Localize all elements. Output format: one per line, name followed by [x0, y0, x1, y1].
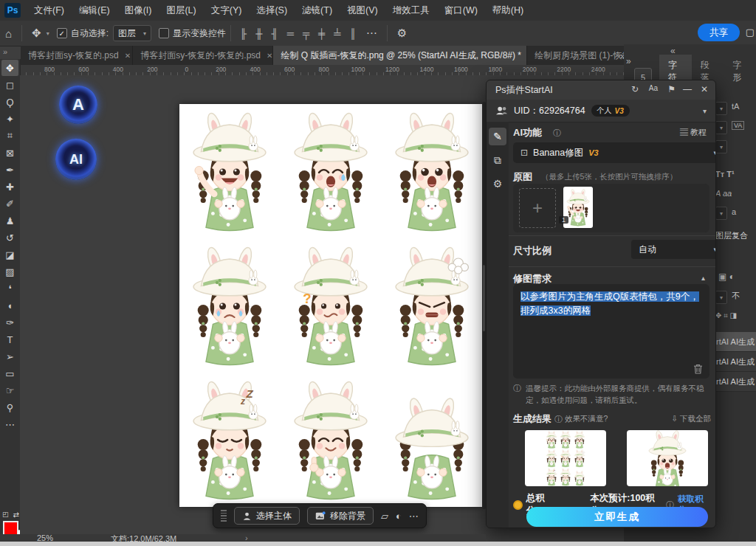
lasso-mode-icon[interactable]: ▱ [381, 511, 388, 522]
adjustments-icon[interactable]: ◐ [396, 511, 402, 522]
settings-gear-icon[interactable]: ⚙ [489, 175, 506, 193]
pen-tool[interactable]: ✑ [1, 314, 18, 331]
menu-item-10[interactable]: 帮助(H) [485, 0, 531, 21]
eyedropper-tool[interactable]: ✒ [1, 162, 18, 178]
align-icon-0[interactable]: ╟ [236, 28, 251, 39]
tabs-overflow-left-icon[interactable]: » [3, 47, 6, 56]
download-all-link[interactable]: ⇩ 下载全部 [671, 414, 711, 424]
layer-row[interactable]: rtAI AI生成 [715, 332, 756, 352]
hand-tool[interactable]: ☞ [1, 382, 18, 398]
stamp-tool[interactable]: ♟ [1, 212, 18, 229]
menu-item-1[interactable]: 编辑(E) [72, 0, 117, 21]
show-transform-checkbox[interactable] [159, 28, 169, 38]
auto-select-checkbox[interactable]: ✓ [57, 28, 67, 38]
pin-icon[interactable]: ⚑ [667, 84, 676, 94]
font-size-icon[interactable]: Aa [649, 84, 658, 92]
menu-item-7[interactable]: 视图(V) [340, 0, 385, 21]
history-brush-tool[interactable]: ↺ [1, 229, 18, 246]
taskbar-more-icon[interactable]: ⋯ [409, 511, 419, 522]
kerning-dropdown-partial[interactable]: ▾ [715, 140, 727, 153]
align-icon-5[interactable]: ╪ [314, 28, 329, 39]
plugin-title-bar[interactable]: Ps插件StartAI ↻ Aa ⚑ — ✕ [487, 80, 715, 100]
type-tool[interactable]: T [1, 331, 18, 348]
trash-icon[interactable] [693, 364, 703, 374]
share-button[interactable]: 共享 [698, 24, 740, 41]
document-canvas[interactable]: ?zZ [179, 104, 482, 507]
align-icon-1[interactable]: ╫ [251, 28, 267, 39]
layer-row[interactable]: rtAI AI生成 [715, 352, 756, 372]
swap-colors-icon[interactable]: ⇄ [13, 511, 19, 519]
expand-dock-icon[interactable]: » [626, 56, 630, 66]
case-icons[interactable]: Tт T¹ [715, 170, 735, 179]
lasso-tool[interactable]: Ϙ [1, 94, 18, 110]
align-icon-7[interactable]: ║ [346, 28, 361, 39]
more-tools[interactable]: ⋯ [1, 416, 18, 432]
style-icons[interactable]: A aa [715, 189, 732, 198]
select-subject-button[interactable]: 选择主体 [234, 507, 300, 525]
default-colors-icon[interactable]: ◰ [2, 511, 9, 518]
crop-tool[interactable]: ⌗ [1, 128, 18, 144]
more-options-icon[interactable]: ⋯ [361, 27, 382, 40]
zoom-tool[interactable]: ⚲ [1, 399, 18, 415]
plugin-account-row[interactable]: UID：629264764 个人 V3 ▾ [487, 100, 715, 122]
menu-item-4[interactable]: 文字(Y) [204, 0, 250, 21]
close-icon[interactable]: ✕ [701, 84, 708, 94]
remove-background-button[interactable]: 移除背景 [307, 507, 374, 525]
layer-row[interactable]: rtAI AI生成 [715, 372, 756, 392]
taskbar-drag-handle[interactable] [221, 510, 227, 522]
brush-tool[interactable]: ✐ [1, 196, 18, 212]
layers-filter-icons[interactable]: ▣ ◐ [718, 272, 735, 282]
menu-item-8[interactable]: 增效工具 [385, 0, 437, 21]
document-tab-1[interactable]: 博客封面sy-恢复的-恢复的.psd✕ [133, 46, 273, 65]
menu-item-0[interactable]: 文件(F) [27, 0, 72, 21]
align-icon-4[interactable]: ╤ [298, 28, 314, 39]
gradient-tool[interactable]: ▨ [1, 263, 18, 280]
refresh-icon[interactable]: ↻ [631, 84, 639, 94]
blur-tool[interactable]: ❛ [1, 280, 18, 297]
antialias-dropdown-partial[interactable]: ▾ [715, 207, 727, 220]
document-tab-0[interactable]: 博客封面sy-恢复的.psd✕ [21, 46, 133, 65]
auto-select-dropdown[interactable]: 图层 ▾ [113, 25, 151, 41]
font-dropdown-partial[interactable]: ▾ [715, 102, 727, 115]
edit-mode-icon[interactable]: ✎ [489, 128, 506, 145]
align-icon-6[interactable]: ╧ [329, 28, 345, 39]
collapse-section-icon[interactable]: ▴ [701, 274, 705, 282]
menu-item-6[interactable]: 滤镜(T) [295, 0, 340, 21]
result-hint[interactable]: 效果不满意? [565, 414, 608, 424]
dodge-tool[interactable]: ◖ [1, 297, 18, 314]
workspace-icon[interactable]: ▢ [746, 27, 755, 38]
size-dropdown-partial[interactable]: ▾ [715, 121, 727, 134]
result-thumbnail-single[interactable] [627, 430, 708, 486]
mode-dropdown[interactable]: ⊡ Banana修图 V3 ▾ [513, 142, 716, 163]
lock-icons[interactable]: ✥ ⌗ ◨ [715, 311, 737, 320]
generate-button[interactable]: 立即生成 [526, 507, 708, 527]
marquee-tool[interactable]: ◻ [1, 77, 18, 93]
move-tool[interactable]: ✥ [1, 60, 18, 76]
shape-tool[interactable]: ▭ [1, 365, 18, 381]
tab-glyphs[interactable]: 字形 [724, 55, 756, 89]
tab-close-icon[interactable]: ✕ [267, 52, 272, 60]
info-icon[interactable]: ⓘ [553, 128, 561, 139]
chevron-down-icon[interactable]: ▾ [703, 107, 707, 115]
chevron-down-icon[interactable]: ▾ [47, 30, 49, 37]
menu-item-9[interactable]: 窗口(W) [437, 0, 485, 21]
tutorial-link[interactable]: ▤ 教程 [680, 127, 707, 138]
blend-mode-dropdown-partial[interactable]: ▾ [715, 291, 727, 304]
ratio-dropdown[interactable]: 自动 ▾ [631, 240, 716, 259]
gear-icon[interactable]: ⚙ [392, 27, 412, 40]
frame-tool[interactable]: ⊠ [1, 145, 18, 161]
eraser-tool[interactable]: ◪ [1, 246, 18, 263]
add-image-button[interactable]: + [519, 188, 556, 228]
menu-item-5[interactable]: 选择(S) [249, 0, 295, 21]
menu-item-3[interactable]: 图层(L) [159, 0, 203, 21]
minimize-icon[interactable]: — [683, 84, 692, 94]
healing-tool[interactable]: ✚ [1, 179, 18, 195]
align-icon-3[interactable]: ═ [283, 28, 298, 39]
tab-close-icon[interactable]: ✕ [125, 52, 131, 60]
move-tool-icon[interactable]: ✥ [27, 27, 47, 40]
path-select-tool[interactable]: ➢ [1, 348, 18, 364]
align-icon-2[interactable]: ╢ [267, 28, 282, 39]
menu-item-2[interactable]: 图像(I) [117, 0, 159, 21]
result-thumbnail-grid[interactable]: ?zZ [525, 430, 606, 486]
home-icon[interactable]: ⌂ [0, 27, 17, 40]
